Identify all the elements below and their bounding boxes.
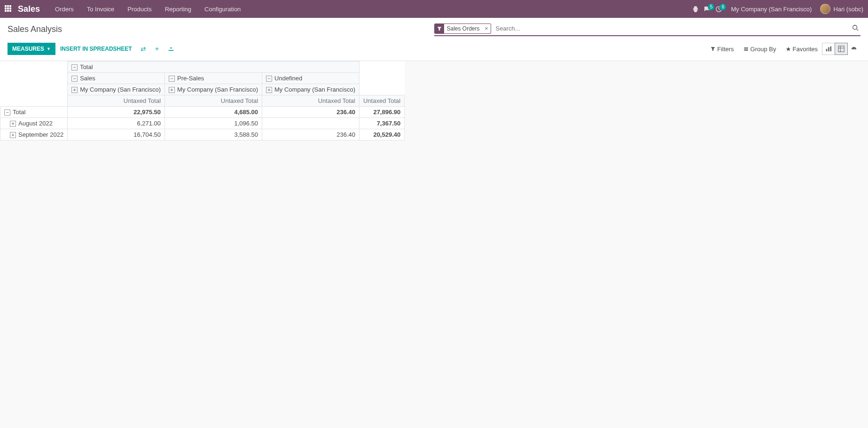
col-header-total[interactable]: −Total (68, 62, 360, 73)
main-navbar: Sales Orders To Invoice Products Reporti… (0, 0, 868, 18)
row-header[interactable]: +September 2022 (0, 129, 68, 140)
pivot-cell: 236.40 (262, 129, 360, 140)
expand-icon[interactable]: + (10, 132, 16, 138)
graph-view-button[interactable] (822, 43, 835, 55)
download-button[interactable] (164, 42, 178, 56)
measure-header[interactable]: Untaxed Total (165, 95, 262, 107)
col-header-sales[interactable]: −Sales (68, 73, 165, 84)
activities-icon[interactable]: 6 (715, 6, 722, 13)
pivot-cell: 3,588.50 (165, 129, 262, 140)
search-facet: Sales Orders × (434, 23, 491, 34)
col-header-company[interactable]: +My Company (San Francisco) (262, 84, 360, 95)
table-row: −Total22,975.504,685.00236.4027,896.90 (0, 107, 405, 118)
pivot-cell: 27,896.90 (359, 107, 404, 118)
search-button[interactable] (850, 23, 860, 34)
user-menu[interactable]: Hari (sobc) (820, 4, 863, 14)
app-brand[interactable]: Sales (18, 4, 40, 14)
pivot-cell: 1,096.50 (165, 118, 262, 129)
row-header[interactable]: +August 2022 (0, 118, 68, 129)
messages-icon[interactable]: 5 (704, 6, 711, 13)
pivot-cell: 7,367.50 (359, 118, 404, 129)
dashboard-view-button[interactable] (847, 43, 860, 55)
menu-reporting[interactable]: Reporting (158, 6, 198, 13)
measure-header[interactable]: Untaxed Total (262, 95, 360, 107)
menu-orders[interactable]: Orders (48, 6, 80, 13)
pivot-table-container: −Total −Sales −Pre-Sales −Undefined +My … (0, 61, 868, 140)
messages-badge: 5 (708, 4, 714, 10)
caret-down-icon: ▼ (47, 47, 51, 51)
page-title: Sales Analysis (8, 24, 434, 34)
expand-all-button[interactable]: ＋ (150, 42, 164, 56)
collapse-icon[interactable]: − (266, 76, 272, 82)
col-header-company[interactable]: +My Company (San Francisco) (68, 84, 165, 95)
menu-configuration[interactable]: Configuration (198, 6, 247, 13)
pivot-cell: 6,271.00 (68, 118, 165, 129)
svg-point-1 (853, 25, 857, 30)
expand-icon[interactable]: + (169, 87, 175, 93)
company-selector[interactable]: My Company (San Francisco) (731, 6, 812, 13)
expand-icon[interactable]: + (266, 87, 272, 93)
collapse-icon[interactable]: − (71, 76, 78, 82)
collapse-icon[interactable]: − (4, 109, 10, 116)
view-switcher (822, 43, 860, 55)
search-bar[interactable]: Sales Orders × (434, 23, 861, 36)
svg-rect-2 (826, 49, 828, 51)
row-header[interactable]: −Total (0, 107, 68, 118)
avatar (820, 4, 830, 14)
menu-to-invoice[interactable]: To Invoice (80, 6, 121, 13)
control-panel: Sales Analysis Sales Orders × MEASURES▼ … (0, 18, 868, 61)
pivot-cell: 4,685.00 (165, 107, 262, 118)
svg-rect-3 (828, 47, 829, 52)
table-row: +September 202216,704.503,588.50236.4020… (0, 129, 405, 140)
svg-rect-5 (838, 46, 844, 52)
measure-header[interactable]: Untaxed Total (68, 95, 165, 107)
activities-badge: 6 (719, 4, 726, 10)
facet-label: Sales Orders (444, 25, 483, 32)
expand-icon[interactable]: + (10, 121, 16, 127)
filters-dropdown[interactable]: Filters (706, 43, 738, 55)
pivot-cell: 20,529.40 (359, 129, 404, 140)
svg-rect-4 (830, 47, 832, 52)
col-header-undefined[interactable]: −Undefined (262, 73, 360, 84)
debug-icon[interactable] (692, 6, 699, 12)
pivot-table: −Total −Sales −Pre-Sales −Undefined +My … (0, 61, 405, 140)
collapse-icon[interactable]: − (169, 76, 175, 82)
groupby-dropdown[interactable]: Group By (739, 43, 781, 55)
insert-spreadsheet-button[interactable]: INSERT IN SPREADSHEET (55, 43, 137, 55)
pivot-cell: 22,975.50 (68, 107, 165, 118)
menu-products[interactable]: Products (121, 6, 158, 13)
search-input[interactable] (494, 24, 850, 33)
measure-header[interactable]: Untaxed Total (359, 95, 404, 107)
pivot-cell: 236.40 (262, 107, 360, 118)
table-row: +August 20226,271.001,096.507,367.50 (0, 118, 405, 129)
collapse-icon[interactable]: − (71, 64, 78, 70)
col-header-company[interactable]: +My Company (San Francisco) (165, 84, 262, 95)
facet-remove[interactable]: × (483, 25, 491, 32)
expand-icon[interactable]: + (71, 87, 78, 93)
col-header-presales[interactable]: −Pre-Sales (165, 73, 262, 84)
flip-axis-button[interactable]: ⇄ (137, 42, 150, 55)
measures-button[interactable]: MEASURES▼ (8, 43, 55, 55)
apps-icon[interactable] (5, 5, 12, 13)
pivot-cell: 16,704.50 (68, 129, 165, 140)
filter-icon (435, 24, 444, 33)
pivot-view-button[interactable] (835, 43, 848, 55)
pivot-cell (262, 118, 360, 129)
favorites-dropdown[interactable]: Favorites (781, 43, 822, 55)
